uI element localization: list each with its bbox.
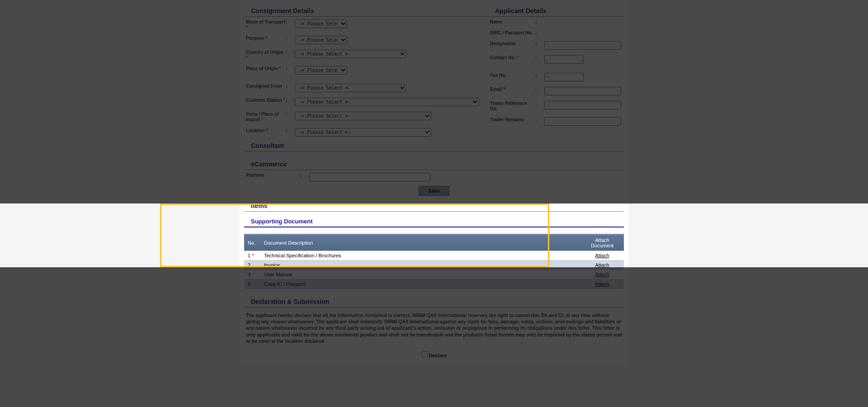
mode-select[interactable]: -= Please Select =- <box>295 19 347 28</box>
supporting-doc-table: No. Document Description Attach Document… <box>244 234 624 289</box>
designation-label: Designation <box>490 41 535 47</box>
items-header: Items <box>244 199 624 212</box>
email-label: Email * <box>490 87 535 92</box>
contact-input[interactable] <box>544 55 584 64</box>
row-desc: User Manual <box>260 270 580 279</box>
platform-label: Platform <box>246 173 300 178</box>
attach-link[interactable]: Attach <box>584 281 620 287</box>
table-row: 2InvoiceAttach <box>244 260 624 270</box>
location-select[interactable]: -= Please Select =- <box>295 128 431 137</box>
row-no: 3 <box>244 270 260 279</box>
country-label: Country of Origin * <box>246 50 286 61</box>
traderref-input[interactable] <box>544 101 621 109</box>
declare-checkbox[interactable] <box>421 351 427 357</box>
platform-input[interactable] <box>309 173 430 181</box>
row-no: 4 <box>244 279 260 289</box>
form-container: Consignment Details Mode of Transport * … <box>240 0 628 365</box>
attach-link[interactable]: Attach <box>584 253 620 258</box>
fax-label: Fax No. <box>490 73 535 78</box>
fax-input[interactable] <box>544 73 584 81</box>
th-attach: Attach Document <box>580 235 624 251</box>
declaration-text: The applicant hereby declare that all th… <box>244 308 624 349</box>
supporting-header: Supporting Document <box>244 215 624 227</box>
row-no: 2 <box>244 260 260 270</box>
nric-label: NRIC / Passport No. <box>490 30 535 36</box>
purpose-select[interactable]: -= Please Select =- <box>295 36 347 44</box>
traderrem-input[interactable] <box>544 117 621 126</box>
declaration-header: Declaration & Submission <box>244 295 624 308</box>
ports-label: Ports / Place of Import * <box>246 112 286 123</box>
save-button[interactable]: Save <box>419 186 449 196</box>
consultant-header: Consultant <box>244 139 624 151</box>
th-no: No. <box>244 235 260 251</box>
row-no: 1 * <box>244 251 260 260</box>
ecommerce-header: eCommerce <box>244 158 624 170</box>
country-select[interactable]: -= Please Select =- <box>295 50 406 58</box>
email-input[interactable] <box>544 87 621 95</box>
row-desc: Technical Specification / Brochures <box>260 251 580 260</box>
row-desc: Invoice <box>260 260 580 270</box>
th-desc: Document Description <box>260 235 580 251</box>
consigned-label: Consigned From <box>246 84 286 89</box>
table-row: 1 *Technical Specification / BrochuresAt… <box>244 251 624 260</box>
contact-label: Contact No. * <box>490 55 535 61</box>
customs-select[interactable]: -= Please Select =- <box>295 98 479 106</box>
consignment-header: Consignment Details <box>244 5 488 17</box>
customs-label: Customs Station * <box>246 98 286 103</box>
purpose-label: Purpose * <box>246 36 286 41</box>
traderrem-label: Trader Remarks <box>490 117 535 123</box>
consigned-select[interactable]: -= Please Select =- <box>295 84 406 92</box>
table-row: 4Copy IC / PassportAttach <box>244 279 624 289</box>
place-select[interactable]: -= Please Select =- <box>295 66 347 75</box>
attach-link[interactable]: Attach <box>584 272 620 277</box>
traderref-label: Trader Reference No. <box>490 101 535 112</box>
applicant-header: Applicant Details <box>488 5 624 17</box>
attach-link[interactable]: Attach <box>584 262 620 268</box>
place-label: Place of Origin * <box>246 66 286 71</box>
declare-label: Declare <box>429 353 447 358</box>
name-label: Name <box>490 19 535 25</box>
ports-select[interactable]: -= Please Select =- <box>295 112 431 120</box>
location-label: Location * <box>246 128 286 133</box>
designation-input[interactable] <box>544 41 621 50</box>
row-desc: Copy IC / Passport <box>260 279 580 289</box>
table-row: 3User ManualAttach <box>244 270 624 279</box>
mode-label: Mode of Transport * <box>246 19 286 30</box>
